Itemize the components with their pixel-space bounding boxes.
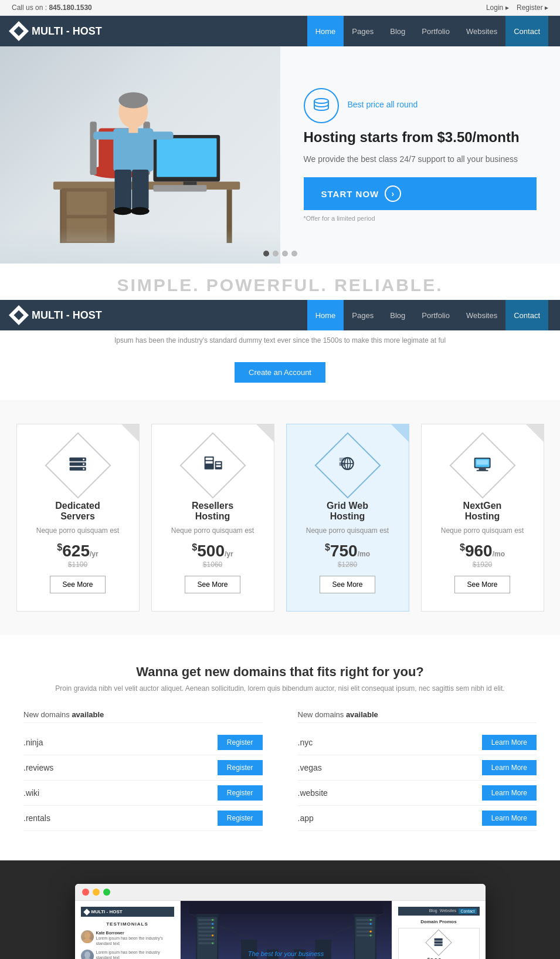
card-old-price-2: $1060 xyxy=(164,560,262,569)
svg-point-22 xyxy=(113,207,132,215)
testimonial-1-text: Kate Borrower Lorem ipsum has been the i… xyxy=(96,930,174,946)
nav-websites[interactable]: Websites xyxy=(458,16,505,46)
svg-point-16 xyxy=(118,92,148,108)
simple-heading-block: SIMPLE. POWERFUL. RELIABLE. xyxy=(0,264,560,300)
svg-rect-70 xyxy=(198,938,215,940)
svg-rect-42 xyxy=(340,458,345,461)
domain-row-vegas: .vegas Learn More xyxy=(298,755,537,781)
see-more-button-3[interactable]: See More xyxy=(320,576,375,593)
svg-rect-79 xyxy=(356,927,372,928)
dot-4[interactable] xyxy=(291,251,297,256)
svg-rect-92 xyxy=(435,944,443,946)
grid-icon-diamond xyxy=(314,432,381,498)
contact2-dropdown[interactable]: Contact Layout 1 Layout 2 xyxy=(505,300,548,330)
nav-pages[interactable]: Pages xyxy=(344,16,382,46)
svg-rect-19 xyxy=(150,131,174,140)
nav-blog[interactable]: Blog xyxy=(382,16,413,46)
card-desc-4: Neque porro quisquam est xyxy=(433,526,532,535)
svg-point-50 xyxy=(82,938,93,943)
logo-inner xyxy=(14,26,24,36)
browser-dot-green xyxy=(103,889,110,896)
arrow-icon: › xyxy=(385,185,401,202)
see-more-button-4[interactable]: See More xyxy=(454,576,510,593)
best-price-label: Best price all round xyxy=(348,100,418,112)
learn-website-button[interactable]: Learn More xyxy=(482,785,537,801)
promo-section: MULTI - HOST TESTIMONIALS Kate Borrower … xyxy=(0,860,560,959)
hero-image xyxy=(0,46,280,264)
svg-rect-4 xyxy=(67,192,107,215)
register-ninja-button[interactable]: Register xyxy=(218,735,263,750)
domains-section: Wanna get new domains that fits right fo… xyxy=(0,635,560,860)
phone-info: Call us on : 845.180.1530 xyxy=(12,4,92,12)
hero-dots xyxy=(263,251,297,256)
register-rentals-button[interactable]: Register xyxy=(218,811,263,826)
nav2-websites[interactable]: Websites xyxy=(458,300,505,330)
left-header-normal: New domains xyxy=(23,710,72,719)
card-corner-4 xyxy=(526,424,544,442)
top-bar: Call us on : 845.180.1530 Login ▸ Regist… xyxy=(0,0,560,16)
hero-headline: Hosting starts from $3.50/month xyxy=(304,128,537,146)
hero-icon-wrapper: Best price all round xyxy=(304,88,537,123)
svg-rect-46 xyxy=(479,468,486,470)
dot-3[interactable] xyxy=(282,251,288,256)
promo-tag: The best for your business xyxy=(233,950,339,957)
start-now-label: START NOW xyxy=(321,189,379,199)
svg-rect-20 xyxy=(115,170,131,210)
domains-left-header: New domains available xyxy=(23,710,263,723)
card-corner-1 xyxy=(121,424,139,442)
domains-right-col: New domains available .nyc Learn More .v… xyxy=(298,710,537,831)
svg-rect-48 xyxy=(477,460,488,465)
browser-left-panel: MULTI - HOST TESTIMONIALS Kate Borrower … xyxy=(75,901,181,959)
browser-right-panel: Blog Websites Contact Domain Promos xyxy=(392,901,486,959)
nav-portfolio[interactable]: Portfolio xyxy=(413,16,458,46)
nav-home[interactable]: Home xyxy=(307,16,344,46)
card-desc-1: Neque porro quisquam est xyxy=(29,526,127,535)
svg-point-78 xyxy=(369,923,371,924)
start-now-button[interactable]: START NOW › xyxy=(304,177,537,210)
domains-right-header: New domains available xyxy=(298,710,537,723)
second-navbar: MULTI - HOST Home Pages Blog Portfolio W… xyxy=(0,300,560,330)
see-more-button-1[interactable]: See More xyxy=(50,576,105,593)
browser-mockup: MULTI - HOST TESTIMONIALS Kate Borrower … xyxy=(75,884,486,959)
see-more-button-2[interactable]: See More xyxy=(185,576,240,593)
card-resellers: ResellersHosting Neque porro quisquam es… xyxy=(151,424,274,612)
register-link[interactable]: Register ▸ xyxy=(517,4,548,12)
learn-nyc-button[interactable]: Learn More xyxy=(482,735,537,750)
svg-point-66 xyxy=(211,927,213,928)
card-price-4: $960/mo xyxy=(433,542,532,560)
register-reviews-button[interactable]: Register xyxy=(218,760,263,775)
nav2-blog[interactable]: Blog xyxy=(382,300,413,330)
logo2-text: MULTI - HOST xyxy=(32,309,102,322)
nav2-pages[interactable]: Pages xyxy=(344,300,382,330)
learn-vegas-button[interactable]: Learn More xyxy=(482,760,537,775)
resellers-icon-diamond xyxy=(179,432,246,498)
svg-rect-90 xyxy=(435,938,443,941)
domain-nyc: .nyc xyxy=(298,738,313,747)
browser-dot-red xyxy=(82,889,89,896)
svg-point-49 xyxy=(84,932,90,939)
dot-1[interactable] xyxy=(263,251,269,256)
mini-right-blog: Blog xyxy=(429,909,437,914)
browser-bar xyxy=(75,884,486,901)
contact-dropdown[interactable]: Contact Layout 1 Layout 2 xyxy=(505,16,548,46)
svg-point-64 xyxy=(211,923,213,924)
register-wiki-button[interactable]: Register xyxy=(218,785,263,801)
dot-2[interactable] xyxy=(273,251,279,256)
testimonial-1: Kate Borrower Lorem ipsum has been the i… xyxy=(81,930,174,946)
learn-app-button[interactable]: Learn More xyxy=(482,811,537,826)
svg-rect-43 xyxy=(340,462,345,466)
nav2-portfolio[interactable]: Portfolio xyxy=(413,300,458,330)
create-account-button[interactable]: Create an Account xyxy=(235,362,325,383)
nav2-home[interactable]: Home xyxy=(307,300,344,330)
login-link[interactable]: Login ▸ xyxy=(486,4,509,12)
account-text: Ipsum has been the industry's standard d… xyxy=(104,336,456,345)
svg-point-76 xyxy=(369,919,371,921)
nav-links: Home Pages Blog Portfolio Websites Conta… xyxy=(307,16,548,46)
auth-links: Login ▸ Register ▸ xyxy=(480,4,548,12)
nav2-contact[interactable]: Contact xyxy=(505,300,548,330)
nav-contact[interactable]: Contact xyxy=(505,16,548,46)
browser-center-panel: The best for your business PREMIUM HOSTI… xyxy=(181,901,392,959)
nextgen-icon-diamond xyxy=(449,432,515,498)
card-title-3: Grid WebHosting xyxy=(298,501,397,522)
svg-point-81 xyxy=(369,931,371,933)
